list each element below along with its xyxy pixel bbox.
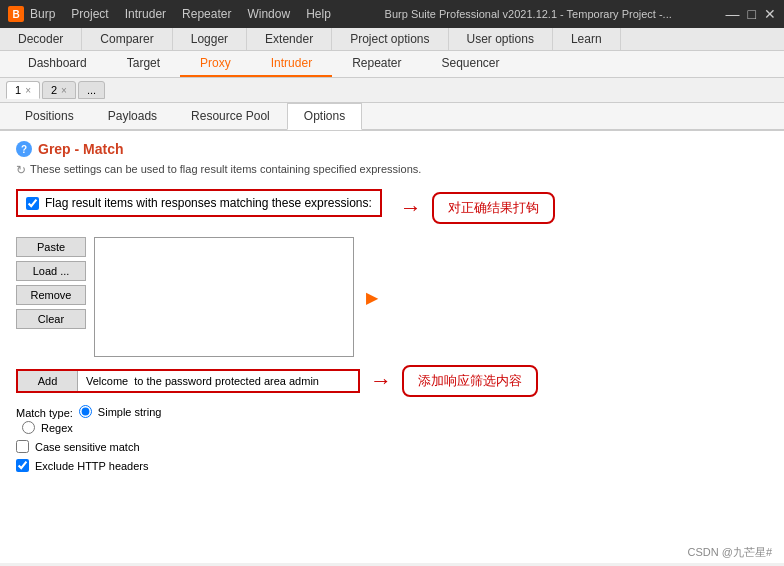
match-type-section: Match type: Simple string Regex (16, 405, 768, 434)
match-type-label: Match type: (16, 407, 73, 419)
menu-window[interactable]: Window (247, 7, 290, 21)
page-tab-options[interactable]: Options (287, 103, 362, 130)
add-input[interactable] (78, 371, 358, 391)
tab-target[interactable]: Target (107, 51, 180, 77)
menu-burp[interactable]: Burp (30, 7, 55, 21)
arrow-icon-1: → (400, 195, 422, 221)
expressions-list[interactable] (94, 237, 354, 357)
page-tab-positions[interactable]: Positions (8, 103, 91, 129)
nav-decoder[interactable]: Decoder (0, 28, 82, 50)
tab-proxy[interactable]: Proxy (180, 51, 251, 77)
load-button[interactable]: Load ... (16, 261, 86, 281)
nav-comparer[interactable]: Comparer (82, 28, 172, 50)
clear-button[interactable]: Clear (16, 309, 86, 329)
title-menu: Burp Project Intruder Repeater Window He… (30, 7, 331, 21)
add-row-bordered: Add (16, 369, 360, 393)
app-logo: B (8, 6, 24, 22)
instance-tab-2-close[interactable]: × (61, 85, 67, 96)
page-tab-resource-pool[interactable]: Resource Pool (174, 103, 287, 129)
tab-intruder[interactable]: Intruder (251, 51, 332, 77)
close-button[interactable]: ✕ (764, 6, 776, 22)
radio-simple-string[interactable] (79, 405, 92, 418)
nav-user-options[interactable]: User options (449, 28, 553, 50)
exclude-headers-checkbox[interactable] (16, 459, 29, 472)
nav-tabs-row2: Dashboard Target Proxy Intruder Repeater… (0, 51, 784, 78)
window-title: Burp Suite Professional v2021.12.1 - Tem… (331, 8, 726, 20)
page-tab-row: Positions Payloads Resource Pool Options (0, 103, 784, 131)
remove-button[interactable]: Remove (16, 285, 86, 305)
main-content: ? Grep - Match ↻ These settings can be u… (0, 131, 784, 563)
paste-button[interactable]: Paste (16, 237, 86, 257)
annotation-2: 添加响应筛选内容 (402, 365, 538, 397)
section-header: ? Grep - Match (16, 141, 768, 157)
exclude-headers-label: Exclude HTTP headers (35, 460, 149, 472)
list-expand-icon: ▶ (366, 288, 378, 307)
flag-results-checkbox-row: Flag result items with responses matchin… (16, 189, 382, 217)
flag-results-label: Flag result items with responses matchin… (45, 196, 372, 210)
nav-logger[interactable]: Logger (173, 28, 247, 50)
section-title: Grep - Match (38, 141, 124, 157)
add-button[interactable]: Add (18, 371, 78, 391)
nav-learn[interactable]: Learn (553, 28, 621, 50)
case-sensitive-row: Case sensitive match (16, 440, 768, 453)
flag-results-checkbox[interactable] (26, 197, 39, 210)
tab-dashboard[interactable]: Dashboard (8, 51, 107, 77)
radio-regex-row: Regex (16, 421, 768, 434)
section-description: These settings can be used to flag resul… (30, 163, 421, 175)
instance-tab-2-label: 2 (51, 84, 57, 96)
menu-project[interactable]: Project (71, 7, 108, 21)
instance-tab-1-close[interactable]: × (25, 85, 31, 96)
page-tab-payloads[interactable]: Payloads (91, 103, 174, 129)
arrow-icon-2: → (370, 368, 392, 394)
list-buttons: Paste Load ... Remove Clear (16, 237, 86, 357)
maximize-button[interactable]: □ (748, 6, 756, 22)
radio-regex[interactable] (22, 421, 35, 434)
instance-tab-row: 1 × 2 × ... (0, 78, 784, 103)
help-icon[interactable]: ? (16, 141, 32, 157)
instance-tab-1[interactable]: 1 × (6, 81, 40, 99)
case-sensitive-label: Case sensitive match (35, 441, 140, 453)
nav-tabs-row1: Decoder Comparer Logger Extender Project… (0, 28, 784, 51)
menu-repeater[interactable]: Repeater (182, 7, 231, 21)
menu-help[interactable]: Help (306, 7, 331, 21)
tab-sequencer[interactable]: Sequencer (422, 51, 520, 77)
nav-extender[interactable]: Extender (247, 28, 332, 50)
title-bar: B Burp Project Intruder Repeater Window … (0, 0, 784, 28)
menu-intruder[interactable]: Intruder (125, 7, 166, 21)
refresh-icon[interactable]: ↻ (16, 163, 26, 177)
tab-repeater[interactable]: Repeater (332, 51, 421, 77)
case-sensitive-checkbox[interactable] (16, 440, 29, 453)
radio-regex-label: Regex (41, 422, 73, 434)
instance-tab-1-label: 1 (15, 84, 21, 96)
footer-watermark: CSDN @九芒星# (687, 545, 772, 560)
list-area: Paste Load ... Remove Clear ▶ (16, 237, 768, 357)
nav-project-options[interactable]: Project options (332, 28, 448, 50)
radio-simple-string-row: Simple string (79, 405, 162, 418)
instance-tab-more-label: ... (87, 84, 96, 96)
exclude-headers-row: Exclude HTTP headers (16, 459, 768, 472)
window-controls: — □ ✕ (726, 6, 776, 22)
minimize-button[interactable]: — (726, 6, 740, 22)
instance-tab-more[interactable]: ... (78, 81, 105, 99)
instance-tab-2[interactable]: 2 × (42, 81, 76, 99)
annotation-1: 对正确结果打钩 (432, 192, 555, 224)
radio-simple-string-label: Simple string (98, 406, 162, 418)
